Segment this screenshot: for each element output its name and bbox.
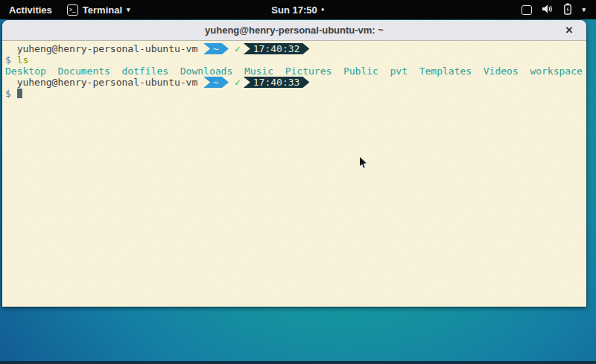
screen-icon [522,5,532,15]
prompt-line-2: yuheng@henry-personal-ubuntu-vm ~ ✓ 17:4… [5,77,585,88]
window-titlebar[interactable]: yuheng@henry-personal-ubuntu-vm: ~ ✕ [2,20,586,41]
prompt-cwd-segment: ~ [203,43,229,54]
terminal-cursor [17,89,22,98]
directory-name: pvt [390,66,408,77]
directory-name: Pictures [285,66,332,77]
directory-name: Downloads [180,66,232,77]
directory-name: Music [244,66,273,77]
typed-command: ls [17,54,29,66]
prompt-user-host: yuheng@henry-personal-ubuntu-vm [5,77,197,88]
mouse-cursor-icon [358,156,368,173]
volume-icon [542,4,554,16]
prompt-status-check-icon: ✓ [235,77,241,88]
input-line[interactable]: $ [5,88,585,99]
chevron-down-icon: ▾ [582,6,586,13]
prompt-line-1: yuheng@henry-personal-ubuntu-vm ~ ✓ 17:4… [5,43,585,54]
prompt-symbol: $ [5,54,11,66]
desktop-bottom-edge [0,361,596,364]
prompt-user-host: yuheng@henry-personal-ubuntu-vm [5,43,197,54]
notification-dot-icon: ● [321,7,325,13]
command-line: $ ls [5,54,585,66]
terminal-icon: >_ [67,4,78,16]
prompt-cwd-segment: ~ [203,77,229,88]
chevron-down-icon: ▾ [127,7,130,13]
directory-name: workspace [530,66,582,77]
activities-button[interactable]: Activities [0,0,61,19]
directory-name: Documents [57,66,110,77]
terminal-screen[interactable]: yuheng@henry-personal-ubuntu-vm ~ ✓ 17:4… [2,41,586,307]
close-icon[interactable]: ✕ [559,20,579,40]
prompt-status-check-icon: ✓ [235,43,241,54]
system-status-menu[interactable]: ▾ [522,0,596,19]
top-bar: Activities >_ Terminal ▾ Sun 17:50 ● ▾ [0,0,596,19]
directory-name: Videos [484,66,519,77]
directory-name: Templates [419,66,472,77]
directory-name: Desktop [5,66,46,77]
app-menu-label: Terminal [83,4,122,16]
terminal-window: yuheng@henry-personal-ubuntu-vm: ~ ✕ yuh… [2,20,586,307]
app-menu-terminal[interactable]: >_ Terminal ▾ [61,0,136,19]
prompt-time-segment: 17:40:32 [244,43,310,54]
prompt-time-segment: 17:40:33 [244,77,310,88]
battery-charging-icon [563,3,572,17]
ls-output-line: Desktop Documents dotfiles Downloads Mus… [5,66,585,77]
clock-button[interactable]: Sun 17:50 [271,4,317,16]
window-title: yuheng@henry-personal-ubuntu-vm: ~ [205,25,384,36]
directory-name: dotfiles [122,66,169,77]
prompt-symbol: $ [5,88,11,99]
directory-name: Public [343,66,378,77]
